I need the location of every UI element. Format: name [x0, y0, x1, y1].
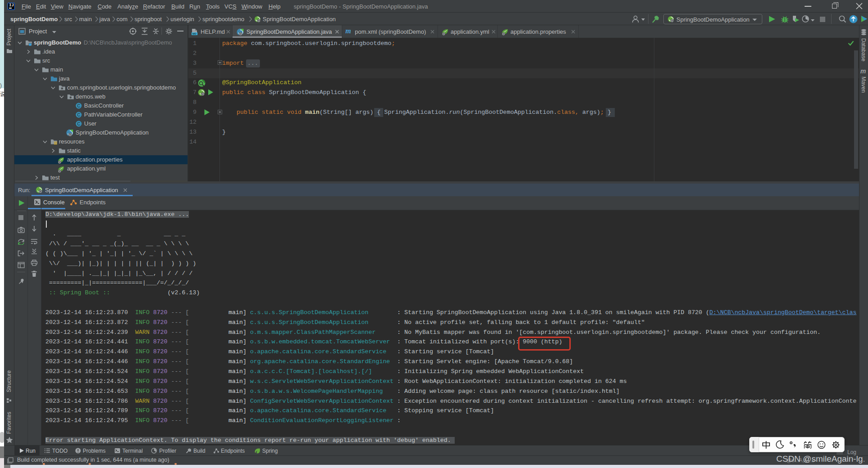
svg-text:C: C: [77, 122, 80, 126]
svg-text:C: C: [77, 104, 80, 108]
svg-text:C: C: [77, 112, 80, 117]
svg-text:MD: MD: [192, 32, 197, 35]
